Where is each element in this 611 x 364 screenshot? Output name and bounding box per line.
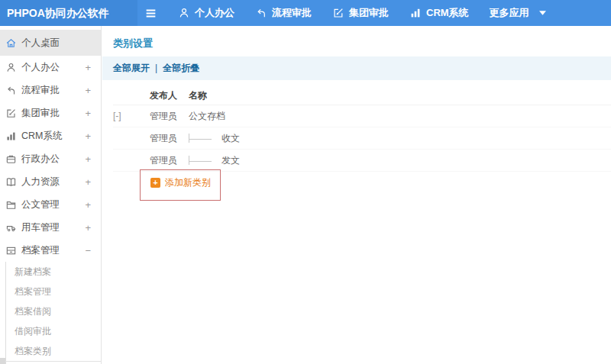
- nav-label: 集团审批: [349, 6, 389, 20]
- table-row: [-] 管理员 公文存档: [113, 105, 611, 127]
- tree-branch-line: [189, 134, 215, 143]
- user-icon: [178, 7, 190, 19]
- briefcase-icon: [5, 153, 17, 165]
- expand-toggle-icon[interactable]: +: [85, 85, 91, 96]
- expand-toggle-icon[interactable]: +: [85, 199, 91, 211]
- car-icon: [5, 222, 17, 234]
- sidebar-submenu-item[interactable]: 档案类别: [6, 341, 101, 361]
- flow-icon: [5, 85, 17, 96]
- category-table: 发布人 名称 [-] 管理员 公文存档 管理员: [113, 87, 611, 172]
- archive-icon: [5, 245, 17, 256]
- tree-branch-line: [189, 156, 215, 165]
- sidebar-submenu-item[interactable]: 档案管理: [6, 282, 101, 301]
- chart-icon: [409, 7, 422, 19]
- sidebar-item-label: 人力资源: [21, 176, 85, 188]
- table-header: 发布人 名称: [113, 87, 611, 105]
- name-column-header: 名称: [189, 89, 611, 102]
- sidebar: 个人桌面 个人办公 + 流程审批 + 集团审批 +: [0, 26, 102, 364]
- row-category-name: 发文: [221, 154, 240, 167]
- sidebar-item[interactable]: 行政办公 +: [0, 147, 101, 170]
- chart-icon: [5, 130, 17, 142]
- header-nav-item[interactable]: 集团审批: [332, 6, 389, 20]
- top-header: PHPOA协同办公软件 个人办公 流程审批 集团审批: [0, 0, 611, 26]
- page-title: 类别设置: [113, 37, 153, 50]
- edit-icon: [332, 7, 344, 19]
- header-nav-item[interactable]: 更多应用: [490, 6, 546, 20]
- row-category-name: 收文: [221, 132, 240, 145]
- sidebar-item-label: 个人办公: [21, 61, 85, 74]
- nav-label: 个人办公: [195, 6, 234, 20]
- sidebar-item[interactable]: 用车管理 +: [0, 216, 101, 239]
- header-nav: 个人办公 流程审批 集团审批 CRM系统: [178, 6, 567, 20]
- sidebar-submenu-item[interactable]: 新建档案: [6, 262, 101, 282]
- row-collapse-toggle[interactable]: [-]: [113, 111, 150, 121]
- expand-toggle-icon[interactable]: +: [85, 108, 91, 119]
- expand-toggle-icon[interactable]: +: [85, 176, 91, 188]
- header-nav-item[interactable]: CRM系统: [409, 6, 469, 20]
- sidebar-item[interactable]: 集团审批 +: [0, 101, 101, 124]
- add-category-button[interactable]: + 添加新类别: [150, 172, 611, 194]
- sidebar-item-label: 用车管理: [21, 221, 85, 234]
- sidebar-item[interactable]: 人力资源 +: [0, 170, 101, 193]
- row-publisher: 管理员: [150, 132, 189, 145]
- sidebar-item-label: 公文管理: [21, 198, 85, 211]
- sidebar-item[interactable]: 流程审批 +: [0, 79, 101, 101]
- toolbar: 全部展开|全部折叠: [102, 56, 611, 80]
- app-logo: PHPOA协同办公软件: [0, 0, 137, 26]
- menu-icon[interactable]: [144, 7, 157, 20]
- expand-all-link[interactable]: 全部展开: [113, 63, 150, 73]
- plus-icon: +: [150, 178, 160, 188]
- collapse-all-link[interactable]: 全部折叠: [163, 63, 199, 73]
- flow-icon: [255, 7, 267, 19]
- sidebar-item[interactable]: 个人桌面: [0, 30, 101, 56]
- sidebar-item-label: 集团审批: [21, 107, 85, 120]
- edit-icon: [5, 108, 17, 119]
- header-nav-item[interactable]: 流程审批: [255, 6, 312, 20]
- book-icon: [5, 176, 17, 188]
- main-content: 类别设置 全部展开|全部折叠 发布人 名称 [-] 管理员 公文存档: [102, 26, 611, 364]
- sidebar-item-label: 个人桌面: [21, 37, 91, 50]
- scrollbar-corner: [0, 358, 5, 364]
- nav-label: 流程审批: [272, 6, 312, 20]
- sidebar-item[interactable]: CRM系统 +: [0, 124, 101, 147]
- publisher-column-header: 发布人: [150, 89, 189, 102]
- user-icon: [5, 62, 17, 73]
- sidebar-submenu: 新建档案 档案管理 档案借阅 借阅审批 档案类别: [5, 262, 101, 364]
- sidebar-submenu-item[interactable]: 借阅审批: [6, 321, 101, 341]
- doc-folder-icon: [5, 199, 17, 211]
- expand-toggle-icon[interactable]: +: [85, 222, 91, 234]
- table-row: 管理员 发文: [113, 150, 611, 172]
- divider: [5, 361, 101, 362]
- row-category-name: 公文存档: [189, 110, 225, 123]
- table-row: 管理员 收文: [113, 127, 611, 150]
- sidebar-item[interactable]: 档案管理 −: [0, 239, 101, 262]
- toolbar-separator: |: [155, 63, 157, 73]
- nav-label: CRM系统: [426, 6, 469, 20]
- nav-label: 更多应用: [490, 6, 529, 20]
- sidebar-item-label: 流程审批: [21, 84, 85, 97]
- expand-toggle-icon[interactable]: +: [85, 62, 91, 73]
- home-icon: [5, 37, 17, 49]
- sidebar-item-label: 行政办公: [21, 153, 85, 166]
- sidebar-item[interactable]: 公文管理 +: [0, 193, 101, 216]
- row-publisher: 管理员: [150, 154, 189, 167]
- sidebar-item-label: 档案管理: [21, 244, 85, 257]
- expand-toggle-icon[interactable]: +: [85, 153, 91, 165]
- add-category-label: 添加新类别: [165, 176, 211, 189]
- row-publisher: 管理员: [150, 110, 189, 123]
- expand-toggle-icon[interactable]: −: [85, 245, 91, 256]
- sidebar-item-label: CRM系统: [21, 130, 85, 143]
- caret-down-icon: [539, 11, 546, 15]
- sidebar-item[interactable]: 个人办公 +: [0, 56, 101, 79]
- expand-toggle-icon[interactable]: +: [85, 130, 91, 142]
- sidebar-submenu-item[interactable]: 档案借阅: [6, 301, 101, 321]
- header-nav-item[interactable]: 个人办公: [178, 6, 234, 20]
